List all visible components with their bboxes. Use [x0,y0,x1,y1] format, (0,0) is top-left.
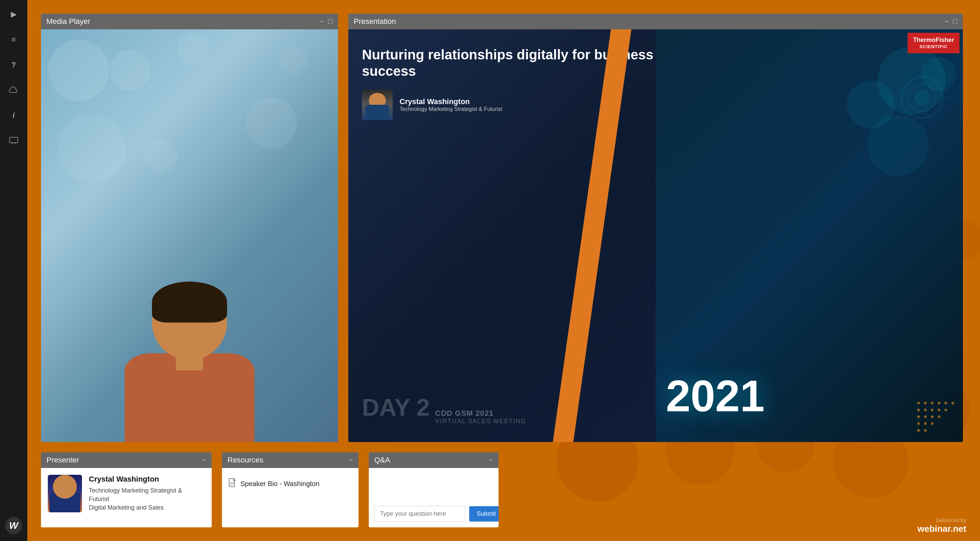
svg-point-24 [917,409,920,411]
qa-submit-button[interactable]: Submit [469,506,498,522]
presenter-panel: Presenter − Crystal Washington Technolog… [41,452,212,527]
media-player-minimize[interactable]: − [320,18,324,25]
delivered-by-label: Delivered by [936,517,966,524]
qa-input[interactable] [374,506,465,522]
resources-header-controls: − [348,456,353,464]
svg-point-22 [945,402,947,405]
presenter-minimize[interactable]: − [202,456,206,464]
top-row: Media Player − □ [41,14,963,442]
brand-sub: SCIENTIFIC [913,44,954,50]
svg-point-27 [938,409,940,411]
resource-item[interactable]: Speaker Bio - Washington [229,475,352,493]
info-icon[interactable]: i [6,108,21,123]
media-player-video [41,29,338,442]
svg-point-30 [924,416,927,418]
list-icon[interactable]: ≡ [6,32,21,47]
presenter-video [104,275,275,442]
slide-day-label: DAY 2 [362,396,430,419]
qa-header: Q&A − [369,452,498,468]
qa-title: Q&A [374,456,390,465]
slide-event-info: CDD GSM 2021 VIRTUAL SALES MEETING [435,409,527,425]
presentation-panel: Presentation − □ ThermoFisher SCIENTIFIC… [348,14,963,442]
brand-name: ThermoFisher [913,36,954,44]
resources-minimize[interactable]: − [348,456,353,464]
svg-point-29 [917,416,920,418]
qa-header-controls: − [488,456,493,464]
presenter-role: Technology Marketing Strategist & Futuri… [89,486,182,512]
svg-point-33 [917,422,920,425]
svg-point-37 [924,429,927,432]
presenter-avatar [48,475,82,512]
presenter-info: Crystal Washington Technology Marketing … [89,475,182,512]
presentation-minimize[interactable]: − [945,18,949,25]
slide-speaker-title: Technology Marketing Strategist & Futuri… [399,106,502,112]
webinar-logo-icon: W [5,517,22,534]
play-icon[interactable]: ▶ [6,7,21,22]
question-icon[interactable]: ? [6,57,21,72]
sidebar: ▶ ≡ ? i W [0,0,27,541]
slide-graphic [888,63,956,166]
resources-panel: Resources − Spea [222,452,358,527]
slide-right: 2021 [655,29,963,442]
svg-rect-9 [10,137,18,143]
resource-label: Speaker Bio - Washington [240,480,320,488]
svg-point-36 [917,429,920,432]
svg-point-18 [917,402,920,405]
media-player-maximize[interactable]: □ [328,18,332,25]
svg-point-23 [951,402,954,405]
qa-minimize[interactable]: − [488,456,493,464]
resources-content: Speaker Bio - Washington [222,468,358,527]
svg-point-21 [938,402,940,405]
presenter-header-controls: − [202,456,206,464]
screen-icon[interactable] [6,133,21,148]
slide-speaker-photo [362,89,393,120]
presentation-controls: − □ [945,18,958,25]
svg-point-14 [915,91,929,105]
media-player-header: Media Player − □ [41,14,338,29]
qa-content: Submit [369,468,498,527]
document-icon [229,478,236,489]
slide-day-info: DAY 2 CDD GSM 2021 VIRTUAL SALES MEETING [362,396,654,425]
svg-point-25 [924,409,927,411]
main-content: Media Player − □ [27,0,980,541]
svg-point-26 [931,409,934,411]
presenter-header: Presenter − [41,452,212,468]
svg-point-34 [924,422,927,425]
svg-point-28 [945,409,947,411]
svg-point-19 [924,402,927,405]
footer: Delivered by webinar.net [918,517,966,534]
slide-speaker-info: Crystal Washington Technology Marketing … [399,97,502,112]
resources-header: Resources − [222,452,358,468]
qa-input-row: Submit [374,506,493,522]
presentation-slide: ThermoFisher SCIENTIFIC Nurturing relati… [348,29,963,442]
media-player-panel: Media Player − □ [41,14,338,442]
qa-panel: Q&A − Submit [369,452,498,527]
slide-year: 2021 [666,370,765,422]
presentation-title: Presentation [354,17,396,26]
presentation-header: Presentation − □ [348,14,963,29]
presenter-title: Presenter [46,456,79,465]
svg-point-35 [931,422,934,425]
presenter-name: Crystal Washington [89,475,182,484]
resources-title: Resources [228,456,263,465]
media-player-title: Media Player [46,17,90,26]
cloud-icon[interactable] [6,82,21,98]
webinar-net-label: webinar.net [918,524,966,534]
thermo-fisher-logo: ThermoFisher SCIENTIFIC [908,33,959,53]
svg-point-20 [931,402,934,405]
svg-point-32 [938,416,940,418]
slide-speaker-name: Crystal Washington [399,97,502,106]
presentation-maximize[interactable]: □ [953,18,958,25]
media-player-controls: − □ [320,18,332,25]
dot-grid [915,400,956,435]
svg-point-31 [931,416,934,418]
bottom-row: Presenter − Crystal Washington Technolog… [41,452,963,527]
presenter-content: Crystal Washington Technology Marketing … [41,468,212,527]
